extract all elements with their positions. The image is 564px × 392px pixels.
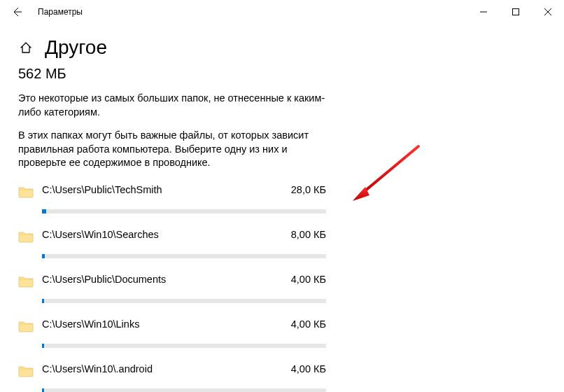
folder-icon	[18, 365, 34, 377]
description-2: В этих папках могут быть важные файлы, о…	[18, 129, 326, 170]
usage-bar-fill	[42, 299, 44, 303]
back-button[interactable]	[0, 0, 34, 24]
folder-icon	[18, 320, 34, 332]
usage-bar	[42, 344, 326, 348]
home-icon[interactable]	[18, 40, 34, 55]
folder-path: C:\Users\Win10\Links	[42, 318, 139, 330]
folder-list: C:\Users\Public\TechSmith 28,0 КБ C:\Use…	[18, 184, 326, 392]
folder-item[interactable]: C:\Users\Win10\.android 4,00 КБ	[18, 363, 326, 392]
folder-path: C:\Users\Win10\Searches	[42, 229, 159, 240]
usage-bar	[42, 209, 326, 214]
folder-path: C:\Users\Public\Documents	[42, 274, 166, 285]
content-area: Другое 562 МБ Это некоторые из самых бол…	[0, 36, 564, 392]
folder-size: 4,00 КБ	[291, 363, 326, 374]
folder-path: C:\Users\Win10\.android	[42, 363, 153, 374]
usage-bar-fill	[42, 254, 45, 258]
page-title: Другое	[45, 36, 107, 59]
usage-bar	[42, 388, 326, 392]
usage-bar-fill	[42, 344, 44, 348]
minimize-button[interactable]	[467, 0, 500, 24]
folder-icon	[18, 275, 34, 288]
folder-icon	[18, 230, 34, 243]
window-title: Параметры	[34, 7, 83, 17]
folder-item[interactable]: C:\Users\Public\TechSmith 28,0 КБ	[18, 184, 326, 214]
folder-size: 4,00 КБ	[291, 274, 326, 285]
folder-icon	[18, 186, 34, 198]
folder-path: C:\Users\Public\TechSmith	[42, 184, 162, 195]
folder-item[interactable]: C:\Users\Win10\Links 4,00 КБ	[18, 318, 326, 348]
titlebar: Параметры	[0, 0, 564, 24]
folder-size: 28,0 КБ	[291, 184, 326, 195]
folder-item[interactable]: C:\Users\Public\Documents 4,00 КБ	[18, 274, 326, 303]
total-size: 562 МБ	[18, 66, 546, 82]
description-1: Это некоторые из самых больших папок, не…	[18, 92, 326, 119]
maximize-button[interactable]	[500, 0, 532, 24]
usage-bar-fill	[42, 388, 44, 392]
usage-bar	[42, 254, 326, 258]
folder-size: 4,00 КБ	[291, 318, 326, 330]
svg-rect-1	[513, 9, 519, 15]
close-button[interactable]	[532, 0, 564, 24]
window-controls	[467, 0, 564, 24]
folder-item[interactable]: C:\Users\Win10\Searches 8,00 КБ	[18, 229, 326, 258]
folder-size: 8,00 КБ	[291, 229, 326, 240]
usage-bar	[42, 299, 326, 303]
usage-bar-fill	[42, 209, 46, 214]
